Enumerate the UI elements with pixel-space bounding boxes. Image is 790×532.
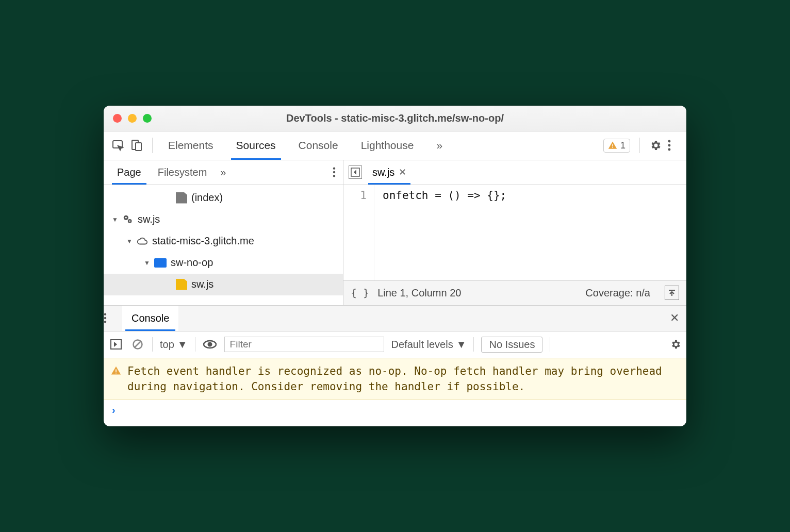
svg-point-17 bbox=[104, 317, 106, 319]
devtools-window: DevTools - static-misc-3.glitch.me/sw-no… bbox=[104, 106, 686, 427]
svg-point-9 bbox=[333, 171, 335, 173]
code-content: onfetch = () => {}; bbox=[374, 185, 506, 280]
log-levels-selector[interactable]: Default levels ▼ bbox=[391, 339, 467, 351]
svg-point-16 bbox=[104, 313, 106, 315]
device-toolbar-icon[interactable] bbox=[130, 139, 143, 152]
file-tree: (index) ▼ sw.js ▼ static-misc-3.glitch.m… bbox=[104, 185, 343, 305]
console-toolbar: top ▼ Default levels ▼ No Issues bbox=[104, 331, 686, 358]
service-worker-icon bbox=[122, 214, 134, 225]
close-drawer-icon[interactable]: ✕ bbox=[670, 311, 679, 325]
svg-point-14 bbox=[129, 220, 130, 222]
navigator-tab-filesystem[interactable]: Filesystem bbox=[150, 160, 216, 185]
svg-point-10 bbox=[333, 175, 335, 177]
tree-item-folder[interactable]: ▼ sw-no-op bbox=[104, 252, 343, 274]
code-editor[interactable]: 1 onfetch = () => {}; bbox=[343, 185, 686, 280]
folder-icon bbox=[154, 258, 167, 268]
svg-rect-24 bbox=[116, 369, 117, 372]
svg-rect-3 bbox=[612, 144, 613, 147]
scroll-to-top-button[interactable] bbox=[665, 286, 679, 300]
svg-rect-25 bbox=[116, 372, 117, 373]
editor-panel: sw.js ✕ 1 onfetch = () => {}; { } Line 1… bbox=[343, 160, 686, 305]
file-icon bbox=[176, 192, 187, 204]
titlebar: DevTools - static-misc-3.glitch.me/sw-no… bbox=[104, 106, 686, 131]
console-settings-icon[interactable] bbox=[670, 339, 681, 350]
chevron-down-icon: ▼ bbox=[456, 339, 467, 351]
warnings-badge[interactable]: 1 bbox=[603, 139, 630, 153]
cursor-position: Line 1, Column 20 bbox=[377, 287, 461, 299]
cloud-icon bbox=[137, 236, 148, 247]
coverage-label: Coverage: n/a bbox=[585, 287, 650, 299]
svg-rect-4 bbox=[612, 147, 613, 148]
svg-point-23 bbox=[207, 342, 212, 347]
svg-point-6 bbox=[668, 144, 671, 147]
filter-field[interactable] bbox=[224, 337, 384, 352]
drawer-header: Console ✕ bbox=[104, 306, 686, 331]
tab-sources[interactable]: Sources bbox=[226, 131, 286, 160]
console-prompt[interactable]: › bbox=[104, 400, 686, 426]
navigator-options-icon[interactable] bbox=[333, 167, 336, 178]
tree-item-index[interactable]: (index) bbox=[104, 187, 343, 209]
tree-item-sw-root[interactable]: ▼ sw.js bbox=[104, 209, 343, 230]
inspect-element-icon[interactable] bbox=[112, 139, 124, 152]
tab-elements[interactable]: Elements bbox=[158, 131, 224, 160]
svg-point-5 bbox=[668, 140, 671, 143]
clear-console-icon[interactable] bbox=[130, 338, 145, 351]
issues-button[interactable]: No Issues bbox=[481, 337, 542, 353]
maximize-window-button[interactable] bbox=[143, 114, 152, 123]
more-navigator-tabs[interactable]: » bbox=[220, 167, 223, 178]
svg-point-7 bbox=[668, 148, 671, 151]
svg-rect-2 bbox=[136, 143, 141, 151]
close-window-button[interactable] bbox=[113, 114, 122, 123]
toggle-sidebar-icon[interactable] bbox=[109, 338, 123, 351]
chevron-down-icon: ▼ bbox=[177, 339, 188, 351]
drawer-options-icon[interactable] bbox=[104, 312, 122, 324]
live-expression-icon[interactable] bbox=[203, 338, 217, 351]
filter-input[interactable] bbox=[224, 337, 384, 352]
close-tab-icon[interactable]: ✕ bbox=[399, 167, 406, 178]
navigator-panel: Page Filesystem » (index) ▼ sw.js bbox=[104, 160, 343, 305]
tab-lighthouse[interactable]: Lighthouse bbox=[351, 131, 424, 160]
context-selector[interactable]: top ▼ bbox=[160, 339, 188, 351]
svg-point-18 bbox=[104, 321, 106, 323]
chevron-down-icon: ▼ bbox=[126, 238, 133, 245]
svg-line-21 bbox=[135, 341, 141, 347]
tree-item-domain[interactable]: ▼ static-misc-3.glitch.me bbox=[104, 230, 343, 252]
console-warning-text: Fetch event handler is recognized as no-… bbox=[127, 363, 679, 395]
editor-statusbar: { } Line 1, Column 20 Coverage: n/a bbox=[343, 280, 686, 305]
more-tabs-button[interactable]: » bbox=[426, 131, 450, 160]
console-warning-row[interactable]: Fetch event handler is recognized as no-… bbox=[104, 358, 686, 401]
drawer-tab-console[interactable]: Console bbox=[122, 306, 178, 331]
settings-icon[interactable] bbox=[649, 139, 664, 152]
minimize-window-button[interactable] bbox=[128, 114, 137, 123]
panel-tabs: Elements Sources Console Lighthouse » bbox=[158, 131, 450, 160]
pretty-print-button[interactable]: { } bbox=[351, 287, 369, 299]
traffic-lights bbox=[113, 114, 152, 123]
chevron-down-icon: ▼ bbox=[112, 216, 118, 223]
main-toolbar: Elements Sources Console Lighthouse » 1 bbox=[104, 131, 686, 160]
editor-tab-swjs[interactable]: sw.js ✕ bbox=[367, 160, 412, 185]
window-title: DevTools - static-misc-3.glitch.me/sw-no… bbox=[104, 112, 686, 124]
js-file-icon bbox=[176, 279, 187, 290]
svg-point-13 bbox=[125, 217, 127, 218]
tab-console[interactable]: Console bbox=[288, 131, 349, 160]
chevron-down-icon: ▼ bbox=[144, 259, 150, 267]
warning-count: 1 bbox=[620, 140, 626, 151]
navigator-tab-page[interactable]: Page bbox=[109, 160, 150, 185]
line-gutter: 1 bbox=[343, 185, 374, 280]
toggle-navigator-button[interactable] bbox=[349, 165, 362, 179]
warning-icon bbox=[111, 365, 121, 395]
svg-point-8 bbox=[333, 168, 335, 170]
tree-item-file-selected[interactable]: sw.js bbox=[104, 274, 343, 295]
more-options-icon[interactable] bbox=[668, 139, 682, 152]
